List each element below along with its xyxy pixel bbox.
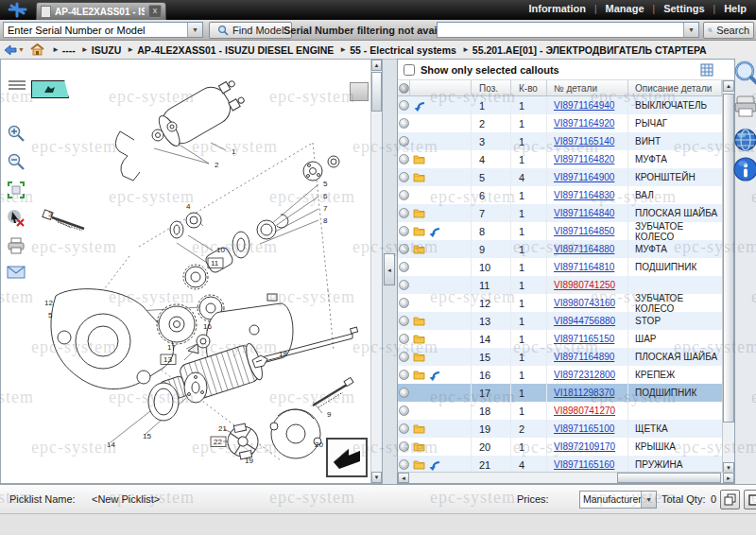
diagram-callout[interactable]: 11 (211, 259, 219, 268)
table-row[interactable]: +81VI8971164850ЗУБЧАТОЕ КОЛЕСО (398, 222, 722, 240)
part-number-link[interactable]: VI8971165100 (554, 423, 614, 434)
table-row[interactable]: +192VI8971165100ЩЕТКА (398, 420, 722, 438)
part-number-link[interactable]: VI8971164900 (554, 172, 614, 182)
menu-icon[interactable] (7, 78, 27, 97)
add-callout-button[interactable]: + (399, 118, 409, 129)
prices-dropdown-icon[interactable]: ▼ (641, 492, 656, 508)
part-number-link[interactable]: VI8980741270 (554, 406, 615, 416)
add-callout-button[interactable]: + (399, 136, 409, 147)
add-callout-button[interactable]: + (399, 262, 409, 272)
diagram-callout[interactable]: 8 (323, 216, 328, 225)
diagram-callout[interactable]: 3 (48, 210, 53, 218)
diagram-callout[interactable]: 2 (215, 161, 219, 169)
prices-select[interactable]: Manufacturer ▼ (579, 491, 657, 509)
table-row[interactable]: +11VI8971164940ВЫКЛЮЧАТЕЛЬ (398, 96, 722, 114)
print-icon[interactable] (7, 237, 27, 256)
diagram-callout[interactable]: 10 (216, 246, 225, 254)
add-callout-button[interactable]: + (399, 316, 409, 326)
diagram-callout[interactable]: 1 (232, 147, 236, 156)
add-callout-button[interactable]: + (399, 226, 409, 236)
attachment-folder-icon[interactable] (413, 370, 425, 380)
menu-item-help[interactable]: Help (724, 3, 747, 14)
add-callout-button[interactable]: + (399, 370, 409, 380)
find-model-button[interactable]: Find Model (209, 22, 292, 39)
table-view-icon[interactable] (700, 63, 713, 78)
part-number-link[interactable]: VI8971164820 (554, 154, 614, 164)
part-number-link[interactable]: VI8971164880 (554, 244, 614, 254)
add-callout-button[interactable]: + (399, 406, 409, 416)
add-callout-button[interactable]: + (399, 208, 409, 218)
add-callout-button[interactable]: + (399, 280, 409, 290)
part-number-link[interactable]: VI8971164850 (554, 226, 614, 236)
part-number-link[interactable]: VI8944756880 (554, 316, 615, 326)
part-number-link[interactable]: VI8971164810 (554, 262, 614, 272)
scrollbar-thumb[interactable] (617, 473, 721, 483)
part-number-link[interactable]: VI8971164920 (554, 118, 614, 129)
table-row[interactable]: +111VI8980741250 (398, 276, 722, 294)
scroll-right-icon[interactable]: ► (723, 473, 734, 483)
part-number-link[interactable]: VI8971164940 (554, 100, 614, 111)
table-row[interactable]: +54VI8971164900КРОНШТЕЙН (398, 168, 722, 186)
table-row[interactable]: +61VI8971164830ВАЛ (398, 186, 722, 204)
scroll-down-icon[interactable]: ▼ (371, 472, 382, 483)
diagram-callout[interactable]: 19 (245, 457, 253, 465)
collapse-panel-icon[interactable]: ◄ (384, 253, 395, 285)
add-callout-button[interactable]: + (399, 100, 409, 111)
fit-view-icon[interactable] (7, 181, 27, 199)
attachment-folder-icon[interactable] (413, 154, 425, 164)
menu-item-manage[interactable]: Manage (606, 3, 644, 14)
diagram-callout[interactable]: 22 (214, 438, 222, 446)
info-icon[interactable] (733, 157, 756, 183)
part-number-link[interactable]: VI8972312800 (554, 370, 615, 380)
table-row[interactable]: +201VI8972109170КРЫШКА (398, 438, 722, 456)
attachment-folder-icon[interactable] (413, 172, 425, 182)
table-row[interactable]: +71VI8971164840ПЛОСКАЯ ШАЙБА (398, 204, 722, 222)
scroll-left-icon[interactable]: ◄ (398, 473, 409, 483)
part-number-link[interactable]: VI8971164840 (554, 208, 614, 218)
zoom-out-icon[interactable] (7, 152, 27, 171)
table-row[interactable]: +121VI8980743160ЗУБЧАТОЕ КОЛЕСО (398, 294, 722, 312)
next-sheet-button[interactable] (326, 438, 368, 477)
add-callout-button[interactable]: + (399, 154, 409, 164)
diagram-callout[interactable]: 13 (163, 355, 172, 364)
add-callout-button[interactable]: + (399, 388, 409, 398)
print-preview-icon[interactable] (733, 95, 756, 117)
diagram-vertical-scrollbar[interactable]: ▲ ▼ (370, 60, 382, 483)
breadcrumb-item[interactable]: AP-4LE2XASS01 - ISUZU DIESEL ENGINE (137, 44, 334, 56)
part-number-link[interactable]: VI8971165150 (554, 334, 614, 344)
diagram-callout[interactable]: 17 (167, 343, 176, 352)
scroll-up-icon[interactable]: ▲ (371, 60, 382, 71)
serial-input[interactable] (438, 23, 683, 37)
part-number-link[interactable]: VI8971164890 (554, 352, 614, 362)
add-callout-button[interactable]: + (399, 334, 409, 344)
diagram-callout[interactable]: 4 (186, 202, 191, 211)
diagram-callout[interactable]: 6 (323, 192, 328, 200)
part-number-link[interactable]: VI8980743160 (554, 298, 615, 308)
attachment-folder-icon[interactable] (413, 352, 425, 362)
breadcrumb-item[interactable]: 55.201.AE[01] - ЭЛЕКТРОДВИГАТЕЛЬ СТАРТЕР… (472, 44, 707, 56)
table-row[interactable]: +31VI8971165140ВИНТ (398, 132, 722, 150)
table-row[interactable]: +21VI8971164920РЫЧАГ (398, 114, 722, 132)
attachment-folder-icon[interactable] (413, 441, 425, 452)
table-row[interactable]: +131VI8944756880STOP (398, 312, 722, 330)
diagram-callout[interactable]: 14 (107, 440, 115, 449)
part-number-link[interactable]: VI8971165160 (554, 459, 614, 470)
search-button[interactable]: Search (703, 22, 754, 39)
menu-item-settings[interactable]: Settings (663, 3, 704, 14)
add-callout-button[interactable]: + (399, 298, 409, 308)
diagram-callout[interactable]: 12 (44, 299, 53, 307)
table-row[interactable]: +41VI8971164820МУФТА (398, 150, 722, 168)
deselect-icon[interactable] (7, 209, 27, 228)
diagram-callout[interactable]: 21 (218, 424, 227, 433)
globe-icon[interactable] (733, 128, 756, 154)
back-arrow-icon[interactable] (4, 44, 17, 56)
back-history-caret-icon[interactable]: ▼ (18, 46, 25, 53)
diagram-callout[interactable]: 5 (323, 180, 328, 188)
add-callout-button[interactable]: + (399, 459, 409, 470)
panel-splitter[interactable]: ◄ (383, 59, 397, 484)
diagram-callout[interactable]: 20 (315, 440, 323, 449)
copy-picklist-button[interactable] (720, 490, 740, 509)
diagram-callout[interactable]: 5 (48, 311, 53, 319)
table-horizontal-scrollbar[interactable]: ◄ ► (398, 472, 734, 483)
part-number-link[interactable]: VI8971165140 (554, 136, 614, 147)
